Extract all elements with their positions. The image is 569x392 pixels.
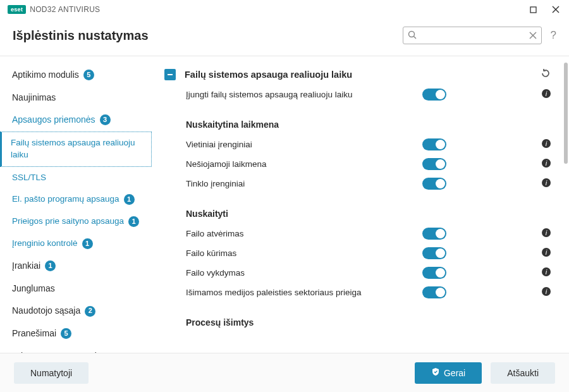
sidebar-badge: 1 (124, 194, 135, 205)
toggle[interactable] (422, 247, 446, 259)
sidebar-item-10[interactable]: Naudotojo sąsaja2 (0, 300, 152, 322)
toggle[interactable] (422, 228, 446, 240)
default-button[interactable]: Numatytoji (14, 362, 89, 384)
info-icon[interactable]: i (541, 286, 551, 298)
svg-point-3 (408, 32, 414, 37)
info-icon[interactable]: i (541, 158, 551, 170)
sidebar: Aptikimo modulis5NaujinimasApsaugos prie… (0, 56, 152, 368)
sidebar-item-label: SSL/TLS (12, 172, 46, 184)
sidebar-item-label: Įrenginio kontrolė (12, 238, 78, 250)
header: Išplėstinis nustatymas ? (0, 19, 569, 56)
titlebar: eset NOD32 ANTIVIRUS (0, 0, 569, 19)
subsection-scan: Nuskaityti (164, 193, 564, 224)
sidebar-item-11[interactable]: Pranešimai5 (0, 322, 152, 345)
ok-label: Gerai (444, 368, 465, 378)
ok-button[interactable]: Gerai (415, 362, 482, 384)
search-box (403, 27, 542, 44)
setting-label: Failo kūrimas (186, 248, 422, 258)
sidebar-badge: 3 (100, 114, 111, 125)
toggle[interactable] (422, 89, 446, 101)
sidebar-item-label: Pranešimai (12, 328, 56, 340)
sidebar-item-9[interactable]: Junglumas (0, 278, 152, 300)
sidebar-badge: 5 (61, 328, 71, 339)
info-icon[interactable]: i (541, 178, 551, 190)
svg-rect-0 (530, 7, 536, 13)
info-icon[interactable]: i (541, 89, 551, 101)
sidebar-item-label: Failų sistemos apsauga realiuoju laiku (11, 137, 141, 161)
app-logo: eset NOD32 ANTIVIRUS (8, 5, 100, 14)
clear-search-icon[interactable] (529, 30, 537, 42)
section-header: Failų sistemos apsauga realiuoju laiku (164, 64, 564, 85)
info-icon[interactable]: i (541, 247, 551, 259)
sidebar-item-label: Junglumas (12, 283, 55, 295)
setting-label: Vietiniai įrenginiai (186, 140, 422, 149)
logo-badge: eset (8, 5, 26, 14)
info-icon[interactable]: i (541, 267, 551, 279)
sidebar-item-label: Apsaugos priemonės (12, 114, 95, 126)
maximize-button[interactable] (522, 1, 544, 18)
sidebar-badge: 5 (83, 70, 94, 80)
setting-label: Tinklo įrenginiai (186, 179, 422, 188)
sidebar-item-label: Naudotojo sąsaja (12, 305, 80, 317)
undo-icon[interactable] (540, 68, 551, 81)
sidebar-item-6[interactable]: Prieigos prie saityno apsauga1 (0, 211, 152, 233)
setting-row: Išimamos medijos paleisties sektoriaus p… (164, 283, 564, 302)
settings-panel: Failų sistemos apsauga realiuoju laiku Į… (152, 56, 569, 368)
shield-icon (431, 367, 440, 378)
sidebar-badge: 1 (128, 216, 139, 227)
setting-label: Nešiojamoji laikmena (186, 159, 422, 169)
setting-row: Nešiojamoji laikmenai (164, 154, 564, 174)
sidebar-item-4[interactable]: SSL/TLS (0, 167, 152, 189)
sidebar-badge: 1 (45, 260, 56, 271)
section-title: Failų sistemos apsauga realiuoju laiku (185, 70, 352, 80)
sidebar-item-label: Naujinimas (12, 92, 56, 104)
sidebar-item-5[interactable]: El. pašto programų apsauga1 (0, 188, 152, 211)
sidebar-item-8[interactable]: Įrankiai1 (0, 255, 152, 278)
svg-line-4 (413, 37, 416, 39)
setting-row: Failo kūrimasi (164, 243, 564, 263)
footer: Numatytoji Gerai Atšaukti (0, 353, 569, 392)
setting-row: Failo atvėrimasi (164, 224, 564, 243)
setting-label: Failo atvėrimas (186, 229, 422, 238)
sidebar-badge: 1 (82, 238, 93, 249)
help-icon[interactable]: ? (551, 29, 556, 42)
window-controls (522, 1, 566, 18)
setting-label: Išimamos medijos paleisties sektoriaus p… (186, 288, 422, 297)
search-input[interactable] (403, 27, 542, 44)
sidebar-item-0[interactable]: Aptikimo modulis5 (0, 64, 152, 87)
sidebar-item-label: Aptikimo modulis (12, 69, 79, 82)
subsection-media: Nuskaitytina laikmena (164, 104, 564, 135)
setting-label: Failo vykdymas (186, 268, 422, 278)
info-icon[interactable]: i (541, 228, 551, 240)
close-button[interactable] (545, 1, 566, 18)
setting-row: Vietiniai įrenginiaii (164, 135, 564, 154)
sidebar-item-2[interactable]: Apsaugos priemonės3 (0, 109, 152, 132)
product-name: NOD32 ANTIVIRUS (30, 5, 100, 14)
sidebar-item-label: El. pašto programų apsauga (12, 193, 119, 205)
scrollbar[interactable] (564, 63, 568, 164)
sidebar-item-1[interactable]: Naujinimas (0, 87, 152, 109)
toggle[interactable] (422, 286, 446, 298)
toggle[interactable] (422, 267, 446, 279)
setting-row: Tinklo įrenginiaii (164, 174, 564, 193)
subsection-exceptions: Procesų išimtys (164, 302, 564, 333)
cancel-button[interactable]: Atšaukti (491, 362, 555, 384)
info-icon[interactable]: i (541, 138, 551, 150)
page-title: Išplėstinis nustatymas (13, 28, 149, 43)
sidebar-item-3[interactable]: Failų sistemos apsauga realiuoju laiku (0, 132, 152, 167)
sidebar-item-label: Prieigos prie saityno apsauga (12, 216, 124, 228)
setting-row: Failo vykdymasi (164, 263, 564, 283)
toggle[interactable] (422, 158, 446, 170)
toggle[interactable] (422, 178, 446, 190)
setting-label: Įjungti failų sistemos apsaugą realiuoju… (186, 90, 422, 99)
sidebar-item-7[interactable]: Įrenginio kontrolė1 (0, 233, 152, 255)
setting-row: Įjungti failų sistemos apsaugą realiuoju… (164, 85, 564, 104)
content-body: Aptikimo modulis5NaujinimasApsaugos prie… (0, 56, 569, 368)
sidebar-badge: 2 (85, 306, 95, 317)
toggle[interactable] (422, 138, 446, 150)
sidebar-item-label: Įrankiai (12, 260, 40, 273)
collapse-icon[interactable] (164, 69, 176, 80)
search-icon (408, 30, 417, 42)
